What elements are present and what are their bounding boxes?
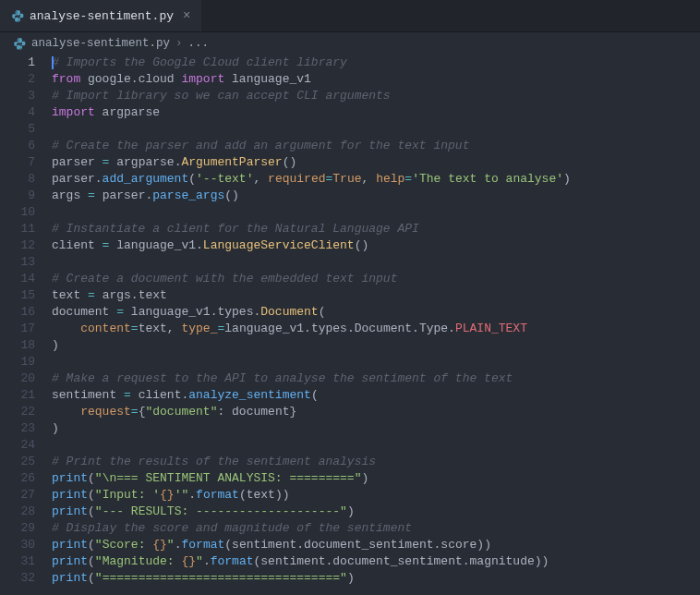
code-line[interactable]: # Display the score and magnitude of the… [52,520,700,537]
chevron-right-icon: › [175,37,183,50]
code-line[interactable]: print("=================================… [52,570,700,587]
code-line[interactable]: parser.add_argument('--text', required=T… [52,171,700,188]
code-line[interactable] [52,354,700,370]
token: {} [181,554,196,568]
code-area[interactable]: # Imports the Google Cloud client librar… [52,55,700,595]
token: ( [319,305,326,319]
code-line[interactable]: args = parser.parse_args() [52,188,700,204]
code-line[interactable]: # Imports the Google Cloud client librar… [52,55,700,71]
token: 'The text to analyse' [412,172,563,186]
token: {} [152,538,167,552]
line-number: 6 [0,138,35,154]
token [52,405,80,419]
token: = [88,188,95,202]
token: {} [160,488,175,502]
code-line[interactable]: print("--- RESULTS: --------------------… [52,504,700,520]
code-line[interactable]: client = language_v1.LanguageServiceClie… [52,237,700,254]
code-line[interactable] [52,254,700,271]
token: help [376,172,404,186]
token: language_v1. [109,238,202,252]
line-number: 30 [0,537,35,553]
code-line[interactable]: parser = argparse.ArgumentParser() [52,154,700,171]
line-number: 21 [0,387,35,404]
tab-file[interactable]: analyse-sentiment.py × [0,0,201,31]
token: () [224,188,239,202]
token: google.cloud [80,72,181,86]
breadcrumb[interactable]: analyse-sentiment.py › ... [0,32,700,55]
token: ( [88,488,95,502]
code-line[interactable]: # Import library so we can accept CLI ar… [52,88,700,104]
token: print [52,471,88,485]
token: "document" [145,405,217,419]
token: . [203,554,211,568]
line-number: 15 [0,287,35,304]
code-line[interactable]: ) [52,337,700,354]
token: = [404,172,412,186]
token: print [52,554,88,568]
token: (text)) [239,488,290,502]
token: "--- RESULTS: --------------------" [95,504,347,518]
token: print [52,538,88,552]
line-number: 26 [0,470,35,487]
token: ( [88,504,95,518]
line-number: 3 [0,88,35,104]
line-number: 16 [0,304,35,321]
token: . [188,488,196,502]
code-line[interactable]: # Create a document with the embedded te… [52,271,700,287]
token: () [355,238,369,252]
line-number: 12 [0,237,35,254]
token: ( [88,554,95,568]
code-line[interactable]: print("Magnitude: {}".format(sentiment.d… [52,553,700,570]
token: ) [347,571,355,585]
token: '" [175,488,189,502]
line-number: 8 [0,171,35,188]
code-line[interactable]: # Print the results of the sentiment ana… [52,454,700,470]
token: ( [88,538,95,552]
line-number: 29 [0,520,35,537]
code-line[interactable]: sentiment = client.analyze_sentiment( [52,387,700,404]
line-number: 4 [0,104,35,121]
token: print [52,504,88,518]
line-number: 13 [0,254,35,271]
editor[interactable]: 1234567891011121314151617181920212223242… [0,55,700,595]
code-line[interactable] [52,121,700,138]
code-line[interactable]: content=text, type_=language_v1.types.Do… [52,321,700,337]
code-line[interactable]: print("Input: '{}'".format(text)) [52,487,700,504]
code-line[interactable]: from google.cloud import language_v1 [52,71,700,88]
line-number: 24 [0,437,35,454]
code-line[interactable]: print("\n=== SENTIMENT ANALYSIS: =======… [52,470,700,487]
code-line[interactable]: text = args.text [52,287,700,304]
token: import [181,72,224,86]
code-line[interactable]: # Make a request to the API to analyse t… [52,370,700,387]
token: "Magnitude: [95,554,182,568]
line-number: 32 [0,570,35,587]
line-number: 19 [0,354,35,370]
token: required [268,172,325,186]
token: parse_args [152,188,224,202]
code-line[interactable]: # Instantiate a client for the Natural L… [52,221,700,237]
code-line[interactable]: request={"document": document} [52,404,700,420]
code-line[interactable] [52,204,700,221]
token: "\n=== SENTIMENT ANALYSIS: =========" [95,471,362,485]
line-number: 1 [0,55,35,71]
code-line[interactable]: document = language_v1.types.Document( [52,304,700,321]
line-number: 27 [0,487,35,504]
token: ) [52,338,59,352]
code-line[interactable] [52,437,700,454]
code-line[interactable]: print("Score: {}".format(sentiment.docum… [52,537,700,553]
token: Document [260,305,318,319]
token: # Display the score and magnitude of the… [52,521,412,535]
line-number: 28 [0,504,35,520]
token: import [52,105,95,119]
line-number: 5 [0,121,35,138]
token: argparse. [109,155,181,169]
code-line[interactable]: # Create the parser and add an argument … [52,138,700,154]
token: ) [347,504,355,518]
close-icon[interactable]: × [183,8,190,23]
token: args [52,188,88,202]
token: LanguageServiceClient [203,238,355,252]
code-line[interactable]: ) [52,420,700,437]
token: " [196,554,203,568]
token: = [116,305,124,319]
code-line[interactable]: import argparse [52,104,700,121]
